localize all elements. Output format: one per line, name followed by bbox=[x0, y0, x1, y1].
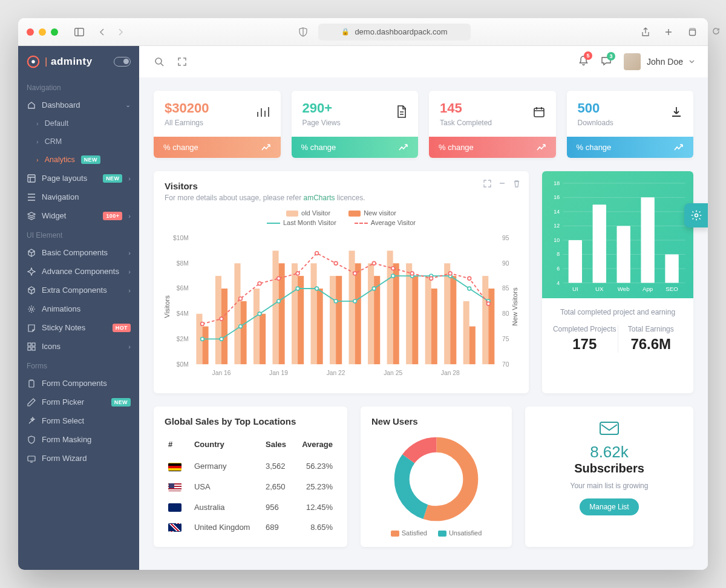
projects-completed-value: 175 bbox=[552, 336, 618, 353]
svg-rect-33 bbox=[241, 301, 247, 364]
stat-row: $30200All Earnings% change290+Page Views… bbox=[154, 91, 693, 158]
svg-rect-9 bbox=[32, 347, 35, 350]
sidebar-item-form-select[interactable]: Form Select bbox=[18, 411, 139, 430]
nav-pill: HOT bbox=[113, 324, 131, 332]
address-bar[interactable]: 🔒 demo.dashboardpack.com bbox=[318, 24, 471, 41]
chevron-icon: › bbox=[128, 212, 131, 220]
tabs-icon[interactable] bbox=[684, 24, 699, 40]
theme-settings-button[interactable] bbox=[684, 203, 708, 227]
svg-rect-117 bbox=[617, 226, 630, 283]
svg-point-3 bbox=[31, 60, 35, 64]
card-remove-icon[interactable] bbox=[513, 180, 520, 189]
stat-card-0[interactable]: $30200All Earnings% change bbox=[154, 91, 281, 158]
card-collapse-icon[interactable] bbox=[499, 180, 506, 189]
sidebar-item-icons[interactable]: Icons› bbox=[18, 337, 139, 356]
home-icon bbox=[27, 101, 36, 109]
user-menu[interactable]: John Doe bbox=[624, 53, 695, 70]
table-row[interactable]: USA2,65025.23% bbox=[165, 477, 336, 497]
sidebar-subitem-crm[interactable]: ›CRM bbox=[18, 132, 139, 151]
svg-rect-1 bbox=[689, 30, 695, 35]
notifications-button[interactable]: 5 bbox=[578, 55, 589, 68]
sidebar-item-page-layouts[interactable]: Page layoutsNEW› bbox=[18, 169, 139, 188]
main: $30200All Earnings% change290+Page Views… bbox=[139, 77, 708, 570]
sidebar-item-basic-components[interactable]: Basic Components› bbox=[18, 243, 139, 262]
svg-rect-0 bbox=[75, 28, 84, 36]
nav-back-icon[interactable] bbox=[94, 24, 110, 40]
fullscreen-icon[interactable] bbox=[175, 57, 189, 67]
svg-rect-4 bbox=[28, 175, 35, 182]
stat-card-2[interactable]: 145Task Completed% change bbox=[429, 91, 556, 158]
sidebar-item-form-masking[interactable]: Form Masking bbox=[18, 430, 139, 449]
visitors-title: Visitors bbox=[165, 181, 518, 191]
nav-pill: NEW bbox=[81, 155, 100, 164]
card-expand-icon[interactable] bbox=[483, 180, 491, 189]
projects-earnings-value: 76.6M bbox=[618, 336, 684, 353]
flag-icon bbox=[168, 463, 182, 471]
tv-icon bbox=[27, 454, 36, 463]
share-icon[interactable] bbox=[638, 24, 653, 40]
brand-logo-icon bbox=[27, 55, 40, 68]
nav-section-title: Navigation bbox=[18, 77, 139, 96]
visitors-card: Visitors For more details about usage, p… bbox=[154, 171, 529, 393]
sidebar-collapse-toggle[interactable] bbox=[114, 57, 131, 67]
app-root: |adminty NavigationDashboard⌄›Default›CR… bbox=[18, 46, 708, 570]
notif-badge: 5 bbox=[584, 51, 592, 60]
sidebar-item-advance-components[interactable]: Advance Components› bbox=[18, 262, 139, 281]
svg-rect-35 bbox=[260, 314, 266, 364]
sidebar-item-form-wizard[interactable]: Form Wizard bbox=[18, 449, 139, 468]
stat-card-3[interactable]: 500Downloads% change bbox=[567, 91, 694, 158]
sidebar-subitem-default[interactable]: ›Default bbox=[18, 114, 139, 132]
sidebar-subitem-analytics[interactable]: ›AnalyticsNEW bbox=[18, 151, 139, 169]
shield-icon[interactable] bbox=[295, 24, 311, 40]
table-row[interactable]: Germany3,56256.23% bbox=[165, 456, 336, 477]
svg-rect-40 bbox=[311, 263, 317, 364]
svg-text:Visitors: Visitors bbox=[163, 295, 171, 318]
svg-text:4: 4 bbox=[557, 280, 560, 286]
table-row[interactable]: United Kingdom6898.65% bbox=[165, 517, 336, 538]
svg-text:UX: UX bbox=[595, 286, 604, 292]
avatar bbox=[624, 53, 641, 70]
svg-rect-46 bbox=[368, 263, 374, 364]
projects-card: 4681012141618UIUXWebAppSEO Total complet… bbox=[542, 171, 693, 393]
sidebar-item-form-picker[interactable]: Form PickerNEW bbox=[18, 393, 139, 411]
sidebar-item-extra-components[interactable]: Extra Components› bbox=[18, 281, 139, 299]
sidebar-item-sticky-notes[interactable]: Sticky NotesHOT bbox=[18, 318, 139, 337]
trend-icon bbox=[674, 144, 684, 151]
amcharts-link[interactable]: amCharts bbox=[303, 194, 335, 202]
search-icon[interactable] bbox=[152, 57, 166, 67]
row-visitors-projects: Visitors For more details about usage, p… bbox=[154, 171, 693, 393]
svg-rect-58 bbox=[482, 276, 488, 364]
stat-change: % change bbox=[163, 143, 198, 152]
main-wrap: 5 3 John Doe $30200All Earnings% bbox=[139, 46, 708, 570]
menu-icon bbox=[27, 194, 36, 201]
browser-titlebar: 🔒 demo.dashboardpack.com bbox=[18, 18, 708, 46]
sidebar-toggle-icon[interactable] bbox=[71, 24, 87, 40]
svg-rect-31 bbox=[221, 289, 227, 364]
svg-point-74 bbox=[468, 287, 471, 290]
svg-rect-41 bbox=[317, 289, 323, 364]
svg-rect-45 bbox=[355, 263, 361, 364]
window-min[interactable] bbox=[39, 28, 46, 36]
window-max[interactable] bbox=[51, 28, 58, 36]
svg-text:$2M: $2M bbox=[177, 336, 189, 342]
sidebar-item-form-components[interactable]: Form Components bbox=[18, 374, 139, 393]
svg-text:75: 75 bbox=[502, 336, 509, 342]
visitors-sub: For more details about usage, please ref… bbox=[165, 194, 518, 202]
brand[interactable]: |adminty bbox=[27, 55, 93, 68]
subs-count: 8.62k bbox=[536, 443, 682, 462]
stat-label: Downloads bbox=[578, 119, 613, 127]
table-row[interactable]: Australia95612.45% bbox=[165, 497, 336, 517]
sidebar-item-navigation[interactable]: Navigation bbox=[18, 188, 139, 206]
chevron-down-icon bbox=[689, 60, 695, 64]
manage-list-button[interactable]: Manage List bbox=[580, 498, 638, 515]
stat-card-1[interactable]: 290+Page Views% change bbox=[292, 91, 419, 158]
svg-text:18: 18 bbox=[554, 180, 560, 186]
nav-pill: NEW bbox=[103, 174, 122, 183]
sidebar-item-dashboard[interactable]: Dashboard⌄ bbox=[18, 96, 139, 114]
new-tab-icon[interactable] bbox=[661, 24, 676, 40]
messages-button[interactable]: 3 bbox=[601, 56, 612, 68]
window-close[interactable] bbox=[27, 28, 34, 36]
nav-forward-icon[interactable] bbox=[113, 24, 128, 40]
sidebar-item-widget[interactable]: Widget100+› bbox=[18, 206, 139, 225]
sidebar-item-animations[interactable]: Animations bbox=[18, 299, 139, 318]
